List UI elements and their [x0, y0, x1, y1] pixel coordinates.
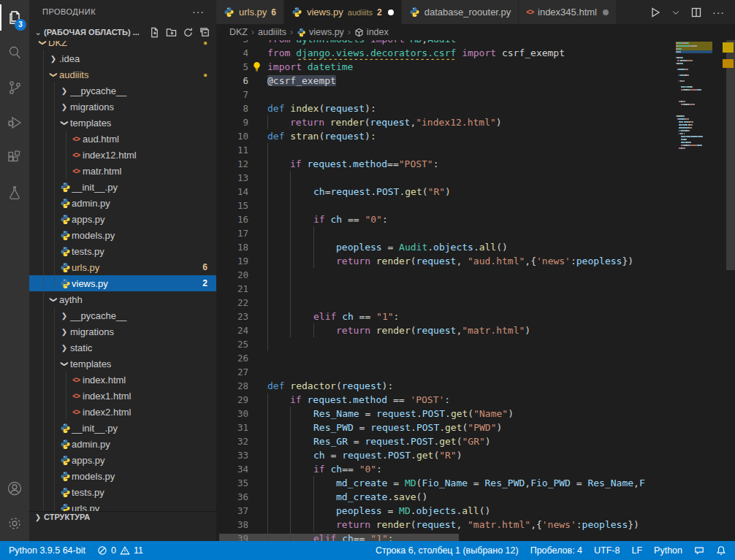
- code-line-27[interactable]: 27: [216, 365, 676, 379]
- code-line-11[interactable]: 11: [216, 143, 676, 157]
- tree-item-index1.html[interactable]: <>index1.html: [29, 388, 216, 404]
- tree-item-index12.html[interactable]: <>index12.html: [29, 147, 216, 163]
- code-line-37[interactable]: 37peopless = MD.objects.all(): [216, 504, 676, 518]
- notifications-bell-icon[interactable]: [716, 545, 726, 556]
- tree-item-__pycache__[interactable]: ❯__pycache__: [29, 307, 216, 323]
- code-line-35[interactable]: 35md_create = MD(Fio_Name = Res_PWD,Fio_…: [216, 476, 676, 490]
- tree-item-migrations[interactable]: ❯migrations: [29, 99, 216, 115]
- code-line-20[interactable]: 20: [216, 268, 676, 282]
- breadcrumb-file[interactable]: views.py: [297, 27, 344, 37]
- outline-section-header[interactable]: ❯ СТРУКТУРА: [29, 511, 216, 522]
- dirty-indicator-dot[interactable]: [388, 9, 394, 15]
- python-interpreter-status[interactable]: Python 3.9.5 64-bit: [9, 545, 85, 556]
- tree-item-admin.py[interactable]: admin.py: [29, 195, 216, 211]
- collapse-all-icon[interactable]: [199, 27, 210, 38]
- indentation-status[interactable]: Пробелов: 4: [530, 545, 582, 556]
- code-line-5[interactable]: 5import datetime: [216, 60, 676, 74]
- tree-item-urls.py[interactable]: urls.py: [29, 500, 216, 511]
- run-debug-icon[interactable]: [0, 105, 29, 140]
- source-control-icon[interactable]: [0, 70, 29, 105]
- tree-item-models.py[interactable]: models.py: [29, 468, 216, 484]
- tree-item-tests.py[interactable]: tests.py: [29, 243, 216, 259]
- code-line-21[interactable]: 21: [216, 282, 676, 296]
- code-line-8[interactable]: 8def index(request):: [216, 101, 676, 115]
- code-line-9[interactable]: 9return render(request,"index12.html"): [216, 115, 676, 129]
- more-actions-button[interactable]: ···: [712, 7, 725, 18]
- tree-item-tests.py[interactable]: tests.py: [29, 484, 216, 500]
- code-line-6[interactable]: 6@csrf_exempt: [216, 74, 676, 88]
- extensions-icon[interactable]: [0, 140, 29, 175]
- account-icon[interactable]: [0, 471, 29, 506]
- code-line-18[interactable]: 18peopless = Audit.objects.all(): [216, 240, 676, 254]
- code-line-39[interactable]: 39elif ch== "1":: [216, 532, 676, 541]
- new-file-icon[interactable]: [149, 27, 160, 38]
- code-line-13[interactable]: 13: [216, 171, 676, 185]
- code-line-12[interactable]: 12if request.method=="POST":: [216, 157, 676, 171]
- code-line-23[interactable]: 23elif ch == "1":: [216, 310, 676, 323]
- views-and-more-actions-button[interactable]: ···: [188, 6, 209, 18]
- run-dropdown-chevron-icon[interactable]: [671, 7, 680, 18]
- refresh-icon[interactable]: [183, 27, 194, 38]
- language-mode-status[interactable]: Python: [654, 545, 682, 556]
- tab-urls.py[interactable]: urls.py6: [216, 0, 284, 24]
- cursor-position-status[interactable]: Строка 6, столбец 1 (выбрано 12): [376, 545, 519, 556]
- code-line-16[interactable]: 16if ch == "0":: [216, 212, 676, 226]
- tree-item-aythh[interactable]: ❯aythh: [29, 291, 216, 307]
- code-line-32[interactable]: 32Res_GR = request.POST.get("GR"): [216, 434, 676, 448]
- workspace-section-header[interactable]: ⌄ (РАБОЧАЯ ОБЛАСТЬ) ...: [29, 23, 216, 41]
- explorer-icon[interactable]: 3: [0, 0, 29, 35]
- breadcrumb-folder[interactable]: audiiits: [258, 27, 286, 37]
- code-line-14[interactable]: 14ch=request.POST.get("R"): [216, 185, 676, 199]
- tree-item-templates[interactable]: ❯templates: [29, 115, 216, 131]
- tree-item-index.html[interactable]: <>index.html: [29, 372, 216, 388]
- tree-item-__pycache__[interactable]: ❯__pycache__: [29, 83, 216, 99]
- tree-item-migrations[interactable]: ❯migrations: [29, 323, 216, 340]
- tree-item-admin.py[interactable]: admin.py: [29, 436, 216, 452]
- code-line-28[interactable]: 28def redactor(request):: [216, 379, 676, 393]
- code-line-33[interactable]: 33ch = request.POST.get("R"): [216, 448, 676, 462]
- breadcrumb-symbol[interactable]: index: [354, 27, 389, 37]
- testing-icon[interactable]: [0, 175, 29, 210]
- tree-item-aud.html[interactable]: <>aud.html: [29, 131, 216, 147]
- search-icon[interactable]: [0, 35, 29, 70]
- run-python-file-button[interactable]: [650, 7, 661, 18]
- minimap[interactable]: [676, 42, 712, 150]
- code-line-3[interactable]: 3from aythh.models import MD,Audit: [216, 40, 676, 46]
- code-line-31[interactable]: 31Res_PWD = request.POST.get("PWD"): [216, 421, 676, 434]
- code-line-15[interactable]: 15: [216, 199, 676, 212]
- dirty-indicator-dot[interactable]: [603, 9, 609, 15]
- code-line-4[interactable]: 4from django.views.decorators.csrf impor…: [216, 46, 676, 60]
- breadcrumb-root[interactable]: DKZ: [229, 27, 248, 37]
- tree-item-.idea[interactable]: ❯.idea: [29, 50, 216, 66]
- tree-item-apps.py[interactable]: apps.py: [29, 452, 216, 468]
- tree-item-models.py[interactable]: models.py: [29, 227, 216, 243]
- tree-item-templates[interactable]: ❯templates: [29, 356, 216, 372]
- problems-status[interactable]: 0 11: [97, 545, 143, 556]
- code-line-38[interactable]: 38return render(request, "matr.html",{'n…: [216, 518, 676, 532]
- code-line-34[interactable]: 34if ch== "0":: [216, 462, 676, 476]
- code-editor[interactable]: 3from aythh.models import MD,Audit4from …: [216, 40, 735, 541]
- encoding-status[interactable]: UTF-8: [594, 545, 620, 556]
- tree-item-index2.html[interactable]: <>index2.html: [29, 404, 216, 420]
- tree-item-__init__.py[interactable]: __init__.py: [29, 179, 216, 195]
- lightbulb-icon[interactable]: [251, 61, 262, 72]
- code-line-17[interactable]: 17: [216, 226, 676, 240]
- tree-item-apps.py[interactable]: apps.py: [29, 211, 216, 227]
- code-line-36[interactable]: 36md_create.save(): [216, 490, 676, 504]
- feedback-icon[interactable]: [694, 545, 704, 556]
- code-line-19[interactable]: 19return render(request, "aud.html",{'ne…: [216, 254, 676, 268]
- code-line-7[interactable]: 7: [216, 88, 676, 101]
- split-editor-button[interactable]: [690, 7, 702, 18]
- settings-gear-icon[interactable]: [0, 506, 29, 541]
- tree-item-static[interactable]: ❯static: [29, 340, 216, 356]
- vertical-scrollbar[interactable]: [726, 40, 735, 270]
- code-line-29[interactable]: 29if request.method == 'POST':: [216, 393, 676, 407]
- new-folder-icon[interactable]: [166, 27, 177, 38]
- code-line-24[interactable]: 24return render(request,"matr.html"): [216, 323, 676, 337]
- code-line-10[interactable]: 10def stran(request):: [216, 129, 676, 143]
- tab-views.py[interactable]: views.pyaudiiits2: [284, 0, 402, 24]
- code-line-30[interactable]: 30Res_Name = request.POST.get("Name"): [216, 407, 676, 421]
- tree-item-__init__.py[interactable]: __init__.py: [29, 420, 216, 436]
- code-line-25[interactable]: 25: [216, 337, 676, 351]
- tab-database_roouter.py[interactable]: database_roouter.py: [402, 0, 519, 24]
